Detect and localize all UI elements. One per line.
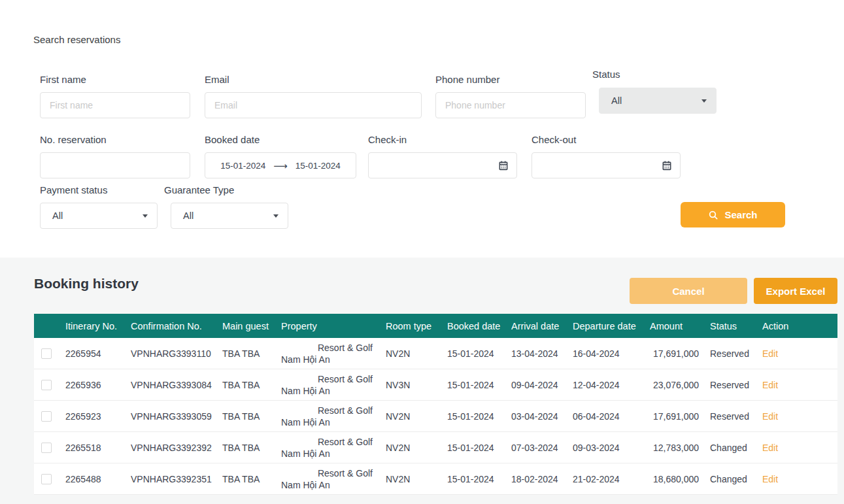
payment-status-selected-value: All <box>52 210 63 221</box>
booked-date-range-picker[interactable]: 15-01-2024 ⟶ 15-01-2024 <box>205 152 356 178</box>
cell-amount: 12,783,000 <box>650 443 710 453</box>
cell-departure-date: 21-02-2024 <box>573 474 650 484</box>
cell-room-type: NV3N <box>386 380 443 390</box>
payment-status-dropdown[interactable]: All <box>40 203 158 229</box>
edit-link[interactable]: Edit <box>762 348 778 359</box>
header-status: Status <box>710 321 762 331</box>
reservation-no-input[interactable] <box>40 152 190 178</box>
check-out-group: Check-out <box>532 134 681 178</box>
calendar-icon <box>662 160 672 171</box>
cell-room-type: NV2N <box>386 411 443 422</box>
edit-link[interactable]: Edit <box>762 443 778 453</box>
check-in-date-picker[interactable] <box>368 152 517 178</box>
cell-status: Reserved <box>710 348 762 359</box>
header-property: Property <box>281 321 386 331</box>
table-row: 2265923 VPNHARG3393059 TBA TBA Resort & … <box>34 401 837 432</box>
export-excel-button[interactable]: Export Excel <box>754 278 837 304</box>
cell-main-guest: TBA TBA <box>222 411 281 422</box>
first-name-group: First name <box>40 74 190 118</box>
payment-status-label: Payment status <box>40 184 158 195</box>
first-name-label: First name <box>40 74 190 85</box>
cell-main-guest: TBA TBA <box>222 443 281 453</box>
header-room-type: Room type <box>386 321 443 331</box>
table-row: 2265488 VPNHARG3392351 TBA TBA Resort & … <box>34 463 837 495</box>
cell-status: Reserved <box>710 380 762 390</box>
table-row: 2265936 VPNHARG3393084 TBA TBA Resort & … <box>34 369 837 401</box>
cancel-button[interactable]: Cancel <box>630 278 747 304</box>
payment-status-group: Payment status All <box>40 184 158 229</box>
header-itinerary-no: Itinerary No. <box>65 321 131 331</box>
row-checkbox[interactable] <box>41 348 52 359</box>
status-label: Status <box>592 69 717 80</box>
cell-status: Reserved <box>710 411 762 422</box>
cell-departure-date: 09-03-2024 <box>573 443 650 453</box>
chevron-down-icon <box>273 214 279 218</box>
booked-date-group: Booked date 15-01-2024 ⟶ 15-01-2024 <box>205 134 356 178</box>
check-out-date-picker[interactable] <box>532 152 681 178</box>
guarantee-type-group: Guarantee Type All <box>171 184 288 229</box>
reservations-page: Search reservations First name Email Pho… <box>0 0 844 504</box>
cell-confirmation-no: VPNHARG3392351 <box>131 474 222 484</box>
date-range-arrow-icon: ⟶ <box>273 161 288 171</box>
status-group: Status All <box>592 69 717 114</box>
check-in-label: Check-in <box>368 134 517 145</box>
cell-confirmation-no: VPNHARG3393110 <box>131 348 222 359</box>
table-row: 2265518 VPNHARG3392392 TBA TBA Resort & … <box>34 432 837 463</box>
search-button-label: Search <box>724 209 757 220</box>
cell-room-type: NV2N <box>386 474 443 484</box>
edit-link[interactable]: Edit <box>762 380 778 390</box>
edit-link[interactable]: Edit <box>762 411 778 422</box>
row-checkbox[interactable] <box>41 380 52 390</box>
check-out-label: Check-out <box>532 134 681 145</box>
cell-arrival-date: 18-02-2024 <box>511 474 573 484</box>
cell-room-type: NV2N <box>386 443 443 453</box>
cell-arrival-date: 09-04-2024 <box>511 380 573 390</box>
cell-itinerary-no: 2265923 <box>65 411 131 422</box>
booking-history-title: Booking history <box>34 276 139 292</box>
cell-booked-date: 15-01-2024 <box>443 411 511 422</box>
cell-amount: 18,680,000 <box>650 474 710 484</box>
phone-label: Phone number <box>435 74 586 85</box>
header-arrival-date: Arrival date <box>511 321 573 331</box>
cell-itinerary-no: 2265518 <box>65 443 131 453</box>
status-dropdown[interactable]: All <box>599 88 717 114</box>
cell-amount: 17,691,000 <box>650 411 710 422</box>
cell-departure-date: 06-04-2024 <box>573 411 650 422</box>
email-label: Email <box>205 74 422 85</box>
row-checkbox[interactable] <box>41 411 52 422</box>
calendar-icon <box>498 160 509 171</box>
cell-amount: 23,076,000 <box>650 380 710 390</box>
cell-arrival-date: 13-04-2024 <box>511 348 573 359</box>
cell-booked-date: 15-01-2024 <box>443 443 511 453</box>
table-row: 2265954 VPNHARG3393110 TBA TBA Resort & … <box>34 338 837 369</box>
cell-property: Resort & Golf Nam Hội An <box>281 436 373 460</box>
first-name-input[interactable] <box>40 92 190 118</box>
reservation-no-label: No. reservation <box>40 134 190 145</box>
cell-status: Changed <box>710 443 762 453</box>
cell-arrival-date: 07-03-2024 <box>511 443 573 453</box>
edit-link[interactable]: Edit <box>762 474 778 484</box>
chevron-down-icon <box>143 214 148 218</box>
row-checkbox[interactable] <box>41 443 52 453</box>
booked-date-from: 15-01-2024 <box>220 161 265 171</box>
status-selected-value: All <box>611 95 622 106</box>
cell-departure-date: 16-04-2024 <box>573 348 650 359</box>
cell-itinerary-no: 2265936 <box>65 380 131 390</box>
cell-departure-date: 12-04-2024 <box>573 380 650 390</box>
email-field[interactable] <box>205 92 422 118</box>
phone-group: Phone number <box>435 74 586 118</box>
search-reservations-title: Search reservations <box>33 34 120 45</box>
phone-input[interactable] <box>435 92 586 118</box>
cell-confirmation-no: VPNHARG3393059 <box>131 411 222 422</box>
booking-history-section: Booking history Cancel Export Excel Itin… <box>0 258 844 504</box>
cell-arrival-date: 03-04-2024 <box>511 411 573 422</box>
search-button[interactable]: Search <box>681 202 785 227</box>
guarantee-type-dropdown[interactable]: All <box>171 203 288 229</box>
cell-confirmation-no: VPNHARG3392392 <box>131 443 222 453</box>
booked-date-label: Booked date <box>205 134 356 145</box>
cell-property: Resort & Golf Nam Hội An <box>281 342 373 365</box>
cell-booked-date: 15-01-2024 <box>443 380 511 390</box>
check-in-group: Check-in <box>368 134 517 178</box>
cell-status: Changed <box>710 474 762 484</box>
row-checkbox[interactable] <box>41 474 52 484</box>
